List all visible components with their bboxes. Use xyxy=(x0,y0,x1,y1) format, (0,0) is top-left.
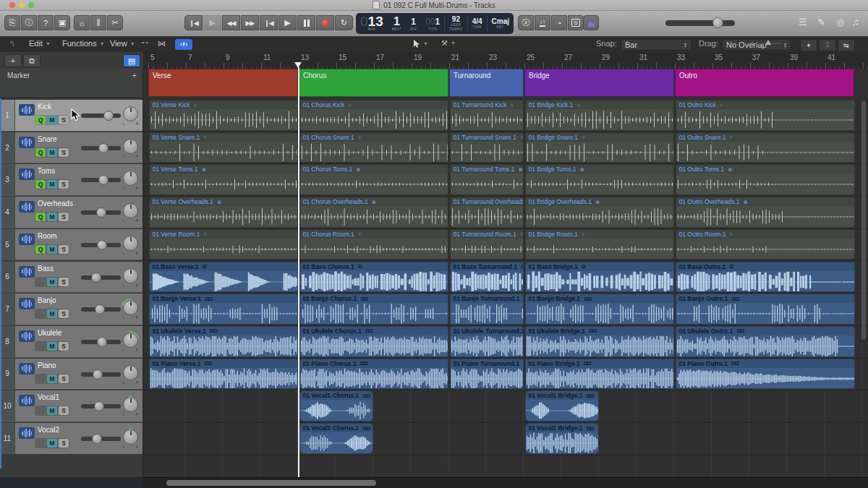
track-header-snare[interactable]: 2SnareQMSLR xyxy=(0,132,142,164)
track-solo-button[interactable]: S xyxy=(59,309,69,318)
region[interactable]: 01 Piano Bridge.1ΩΩ xyxy=(525,359,675,390)
volume-thumb[interactable] xyxy=(96,207,106,218)
command-click-tool-menu[interactable]: ⚒▼ xyxy=(441,39,456,47)
pause-button[interactable] xyxy=(297,15,315,30)
volume-slider-thumb[interactable] xyxy=(712,17,723,28)
track-volume-slider[interactable] xyxy=(81,340,121,344)
functions-menu[interactable]: Functions▼ xyxy=(62,39,105,48)
region[interactable]: 01 Banjo Turnaround.1ΩΩ xyxy=(450,294,524,325)
region[interactable]: 01 Bass Outro.1Ω xyxy=(676,262,855,293)
track-name[interactable]: Kick xyxy=(38,103,51,111)
time-signature-display[interactable]: 4/4 TIME xyxy=(468,13,487,34)
cycle-button[interactable]: ↻ xyxy=(335,15,353,30)
track-mute-button[interactable]: M xyxy=(47,309,57,318)
region[interactable]: 01 Verse Toms.1⊗ xyxy=(149,164,299,195)
volume-thumb[interactable] xyxy=(94,401,104,411)
track-solo-button[interactable]: S xyxy=(59,116,69,124)
region[interactable]: 01 Bass Verse.1Ω xyxy=(149,262,299,293)
track-mute-button[interactable]: M xyxy=(47,245,57,254)
note-pad-icon[interactable]: ✎ xyxy=(817,17,825,27)
track-solo-button[interactable]: S xyxy=(59,278,69,286)
horizontal-scrollbar-track[interactable] xyxy=(143,477,868,488)
apple-loops-icon[interactable]: ◎ xyxy=(836,17,844,27)
track-name[interactable]: Vocal1 xyxy=(38,393,59,401)
playhead[interactable] xyxy=(298,67,299,477)
track-volume-slider[interactable] xyxy=(81,437,121,441)
smart-controls-icon[interactable]: ☼ xyxy=(74,15,90,30)
snap-dropdown[interactable]: Bar▲▼ xyxy=(621,39,692,51)
region[interactable]: 01 Outro Toms.1⊗ xyxy=(676,164,855,195)
add-track-button[interactable]: + xyxy=(4,54,22,67)
track-volume-slider[interactable] xyxy=(81,404,121,408)
crossfade-drag-icon[interactable]: ⋈ xyxy=(158,39,166,48)
pan-knob[interactable] xyxy=(123,365,138,380)
region[interactable]: 01 Piano Verse.1ΩΩ xyxy=(149,359,299,390)
mixer-icon[interactable]: ⫼ xyxy=(90,15,106,30)
bar-ruler[interactable]: 57911131517192123252729313335373941 xyxy=(143,52,868,69)
region[interactable]: 01 Ukulele Outro.1ΩΩ xyxy=(676,326,855,357)
master-volume-slider[interactable] xyxy=(665,20,735,26)
duplicate-track-button[interactable]: ⧉ xyxy=(23,54,41,67)
track-volume-slider[interactable] xyxy=(81,178,121,182)
track-header-room[interactable]: 5RoomQMSLR xyxy=(0,229,142,261)
marker-verse[interactable]: Verse xyxy=(148,69,298,97)
region[interactable]: 01 Bridge Room.1○ xyxy=(525,229,675,260)
autopunch-off-icon[interactable]: ⓧ xyxy=(518,15,534,30)
region[interactable]: 01 Verse Overheads.1⊗ xyxy=(149,197,299,228)
track-mute-button[interactable]: M xyxy=(47,213,57,221)
volume-thumb[interactable] xyxy=(98,175,109,185)
pan-knob[interactable] xyxy=(123,106,138,121)
track-solo-button[interactable]: S xyxy=(59,342,69,351)
track-volume-slider[interactable] xyxy=(81,114,121,118)
track-header-banjo[interactable]: 7BanjoQMSLR xyxy=(0,294,142,325)
region[interactable]: 01 Bass Turnaround.1Ω xyxy=(450,262,524,293)
track-quantize-button[interactable]: Q xyxy=(35,116,46,124)
pan-knob[interactable] xyxy=(123,333,138,348)
track-solo-button[interactable]: S xyxy=(59,245,69,254)
pan-knob[interactable] xyxy=(123,397,138,412)
region[interactable]: 01 Ukulele Turnaround.1ΩΩ xyxy=(450,326,524,357)
record-button[interactable] xyxy=(316,15,334,30)
volume-thumb[interactable] xyxy=(92,434,102,444)
region[interactable]: 01 Chorus Snare.1○ xyxy=(299,132,449,163)
help-icon[interactable]: ? xyxy=(38,15,54,30)
media-browser-icon[interactable]: ♫ xyxy=(852,17,859,27)
pan-knob[interactable] xyxy=(123,268,138,283)
volume-thumb[interactable] xyxy=(97,240,107,250)
track-quantize-button[interactable]: Q xyxy=(35,180,46,189)
toolbar-list-icon[interactable]: ☰ xyxy=(799,17,807,27)
pan-knob[interactable] xyxy=(123,139,138,154)
track-mute-button[interactable]: M xyxy=(47,342,57,351)
region[interactable]: 01 Verse Kick○ xyxy=(149,100,299,131)
region[interactable]: 01 Vocal1 Chorus.1ΩΩ xyxy=(299,390,374,421)
region[interactable]: 01 Turnaround Toms.1⊗ xyxy=(450,164,524,195)
automation-icon[interactable]: •·• xyxy=(142,39,148,46)
track-volume-slider[interactable] xyxy=(81,146,121,150)
region[interactable]: 01 Banjo Bridge.1ΩΩ xyxy=(525,294,675,325)
track-solo-button[interactable]: S xyxy=(59,406,69,415)
pan-knob[interactable] xyxy=(123,171,138,186)
region[interactable]: 01 Bridge Toms.1⊗ xyxy=(525,164,675,195)
track-mute-button[interactable]: M xyxy=(47,148,57,157)
track-solo-button[interactable]: S xyxy=(59,374,69,383)
region[interactable]: 01 Vocal2 Bridge.1ΩΩ xyxy=(525,423,600,454)
play-from-selection-button[interactable]: ▶ xyxy=(203,15,221,30)
region[interactable]: 01 Bass Bridge.1Ω xyxy=(525,262,675,293)
region[interactable]: 01 Vocal2 Chorus.1ΩΩ xyxy=(299,423,374,454)
solo-mode-icon[interactable]: S xyxy=(568,15,584,30)
region[interactable]: 01 Bridge Kick.1○ xyxy=(525,100,675,131)
vertical-zoom-slider[interactable]: ↕ xyxy=(751,40,781,47)
volume-thumb[interactable] xyxy=(95,304,105,314)
tempo-display[interactable]: 92 KEEP TEMPO xyxy=(445,13,467,34)
punch-in-out-icon[interactable]: ↓↑ xyxy=(535,15,550,30)
track-mute-button[interactable]: M xyxy=(47,439,57,448)
vertical-scrollbar[interactable] xyxy=(861,101,866,340)
view-menu[interactable]: View▼ xyxy=(110,39,135,48)
track-volume-slider[interactable] xyxy=(81,307,121,312)
track-quantize-button[interactable]: Q xyxy=(35,148,46,157)
marker-chorus[interactable]: Chorus xyxy=(299,69,448,97)
region[interactable]: 01 Chorus Kick○ xyxy=(299,100,449,131)
track-solo-button[interactable]: S xyxy=(59,439,69,448)
go-to-beginning-button[interactable]: ❙◀ xyxy=(184,15,203,30)
region[interactable]: 01 Banjo Outro.1ΩΩ xyxy=(676,294,855,325)
